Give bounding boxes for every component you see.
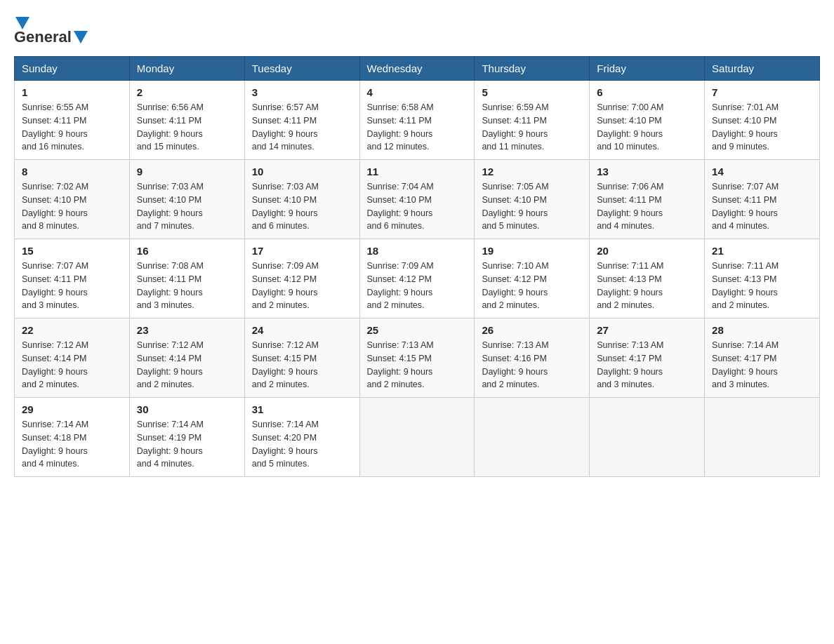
day-number: 16 [137,245,237,257]
calendar-cell: 31Sunrise: 7:14 AMSunset: 4:20 PMDayligh… [244,398,359,477]
day-info: Sunrise: 6:58 AMSunset: 4:11 PMDaylight:… [367,101,468,154]
calendar-cell: 21Sunrise: 7:11 AMSunset: 4:13 PMDayligh… [705,239,820,318]
day-number: 7 [712,86,812,98]
calendar-cell: 13Sunrise: 7:06 AMSunset: 4:11 PMDayligh… [590,160,705,239]
day-number: 9 [137,166,237,177]
day-info: Sunrise: 7:00 AMSunset: 4:10 PMDaylight:… [597,101,697,154]
calendar-cell: 29Sunrise: 7:14 AMSunset: 4:18 PMDayligh… [15,398,130,477]
calendar-cell: 3Sunrise: 6:57 AMSunset: 4:11 PMDaylight… [244,81,359,160]
calendar-week-row: 8Sunrise: 7:02 AMSunset: 4:10 PMDaylight… [15,160,820,239]
calendar-cell: 14Sunrise: 7:07 AMSunset: 4:11 PMDayligh… [705,160,820,239]
day-number: 20 [597,245,697,257]
day-number: 6 [597,86,697,98]
day-number: 30 [137,403,237,415]
calendar-cell: 9Sunrise: 7:03 AMSunset: 4:10 PMDaylight… [129,160,244,239]
day-info: Sunrise: 7:12 AMSunset: 4:15 PMDaylight:… [252,339,352,391]
calendar-cell: 30Sunrise: 7:14 AMSunset: 4:19 PMDayligh… [129,398,244,477]
header-wednesday: Wednesday [359,57,475,81]
calendar-cell: 19Sunrise: 7:10 AMSunset: 4:12 PMDayligh… [475,239,590,318]
day-info: Sunrise: 7:01 AMSunset: 4:10 PMDaylight:… [712,101,812,154]
calendar-cell: 23Sunrise: 7:12 AMSunset: 4:14 PMDayligh… [129,318,244,398]
logo-triangle-icon [15,17,29,29]
day-number: 1 [22,86,122,98]
day-info: Sunrise: 7:08 AMSunset: 4:11 PMDaylight:… [137,260,237,312]
calendar-cell: 4Sunrise: 6:58 AMSunset: 4:11 PMDaylight… [359,81,475,160]
day-number: 13 [597,166,697,177]
header-friday: Friday [590,57,705,81]
day-info: Sunrise: 7:09 AMSunset: 4:12 PMDaylight:… [367,260,468,312]
day-info: Sunrise: 7:07 AMSunset: 4:11 PMDaylight:… [712,180,812,233]
day-number: 15 [22,245,122,257]
calendar-cell: 2Sunrise: 6:56 AMSunset: 4:11 PMDaylight… [129,81,244,160]
day-number: 12 [482,166,582,177]
day-number: 23 [137,324,237,336]
logo: General [14,14,90,45]
calendar-cell: 25Sunrise: 7:13 AMSunset: 4:15 PMDayligh… [359,318,475,398]
day-info: Sunrise: 7:03 AMSunset: 4:10 PMDaylight:… [252,180,352,233]
day-info: Sunrise: 6:57 AMSunset: 4:11 PMDaylight:… [252,101,352,154]
calendar-cell: 8Sunrise: 7:02 AMSunset: 4:10 PMDaylight… [15,160,130,239]
day-info: Sunrise: 7:05 AMSunset: 4:10 PMDaylight:… [482,180,582,233]
day-number: 8 [22,166,122,177]
day-info: Sunrise: 7:10 AMSunset: 4:12 PMDaylight:… [482,260,582,312]
calendar-cell [359,398,475,477]
calendar-cell: 22Sunrise: 7:12 AMSunset: 4:14 PMDayligh… [15,318,130,398]
day-info: Sunrise: 7:03 AMSunset: 4:10 PMDaylight:… [137,180,237,233]
calendar-week-row: 15Sunrise: 7:07 AMSunset: 4:11 PMDayligh… [15,239,820,318]
day-info: Sunrise: 6:59 AMSunset: 4:11 PMDaylight:… [482,101,582,154]
calendar-cell [590,398,705,477]
calendar-cell [475,398,590,477]
day-info: Sunrise: 7:14 AMSunset: 4:19 PMDaylight:… [137,418,237,471]
calendar-cell: 7Sunrise: 7:01 AMSunset: 4:10 PMDaylight… [705,81,820,160]
day-number: 22 [22,324,122,336]
day-info: Sunrise: 7:12 AMSunset: 4:14 PMDaylight:… [22,339,122,391]
header-tuesday: Tuesday [244,57,359,81]
calendar-table: SundayMondayTuesdayWednesdayThursdayFrid… [14,56,820,477]
calendar-cell: 16Sunrise: 7:08 AMSunset: 4:11 PMDayligh… [129,239,244,318]
day-info: Sunrise: 7:14 AMSunset: 4:18 PMDaylight:… [22,418,122,471]
day-number: 24 [252,324,352,336]
day-number: 29 [22,403,122,415]
calendar-week-row: 29Sunrise: 7:14 AMSunset: 4:18 PMDayligh… [15,398,820,477]
calendar-cell: 5Sunrise: 6:59 AMSunset: 4:11 PMDaylight… [475,81,590,160]
logo-general-text2: General [14,28,72,46]
calendar-cell: 1Sunrise: 6:55 AMSunset: 4:11 PMDaylight… [15,81,130,160]
calendar-header-row: SundayMondayTuesdayWednesdayThursdayFrid… [15,57,820,81]
header-saturday: Saturday [705,57,820,81]
day-number: 3 [252,86,352,98]
day-number: 11 [367,166,468,177]
calendar-cell: 11Sunrise: 7:04 AMSunset: 4:10 PMDayligh… [359,160,475,239]
day-info: Sunrise: 6:56 AMSunset: 4:11 PMDaylight:… [137,101,237,154]
day-info: Sunrise: 7:13 AMSunset: 4:15 PMDaylight:… [367,339,468,391]
day-info: Sunrise: 7:13 AMSunset: 4:17 PMDaylight:… [597,339,697,391]
day-info: Sunrise: 7:07 AMSunset: 4:11 PMDaylight:… [22,260,122,312]
calendar-cell: 28Sunrise: 7:14 AMSunset: 4:17 PMDayligh… [705,318,820,398]
day-number: 14 [712,166,812,177]
calendar-cell: 12Sunrise: 7:05 AMSunset: 4:10 PMDayligh… [475,160,590,239]
header-thursday: Thursday [475,57,590,81]
day-number: 10 [252,166,352,177]
day-number: 5 [482,86,582,98]
day-info: Sunrise: 7:14 AMSunset: 4:20 PMDaylight:… [252,418,352,471]
calendar-week-row: 22Sunrise: 7:12 AMSunset: 4:14 PMDayligh… [15,318,820,398]
calendar-cell: 18Sunrise: 7:09 AMSunset: 4:12 PMDayligh… [359,239,475,318]
day-number: 31 [252,403,352,415]
day-number: 19 [482,245,582,257]
day-number: 26 [482,324,582,336]
day-number: 21 [712,245,812,257]
calendar-cell: 17Sunrise: 7:09 AMSunset: 4:12 PMDayligh… [244,239,359,318]
calendar-cell: 24Sunrise: 7:12 AMSunset: 4:15 PMDayligh… [244,318,359,398]
day-number: 17 [252,245,352,257]
day-info: Sunrise: 7:04 AMSunset: 4:10 PMDaylight:… [367,180,468,233]
header-monday: Monday [129,57,244,81]
day-number: 28 [712,324,812,336]
calendar-cell: 26Sunrise: 7:13 AMSunset: 4:16 PMDayligh… [475,318,590,398]
day-number: 25 [367,324,468,336]
header-sunday: Sunday [15,57,130,81]
calendar-cell: 6Sunrise: 7:00 AMSunset: 4:10 PMDaylight… [590,81,705,160]
calendar-cell: 20Sunrise: 7:11 AMSunset: 4:13 PMDayligh… [590,239,705,318]
calendar-cell: 15Sunrise: 7:07 AMSunset: 4:11 PMDayligh… [15,239,130,318]
day-info: Sunrise: 7:09 AMSunset: 4:12 PMDaylight:… [252,260,352,312]
day-info: Sunrise: 7:13 AMSunset: 4:16 PMDaylight:… [482,339,582,391]
calendar-cell [705,398,820,477]
